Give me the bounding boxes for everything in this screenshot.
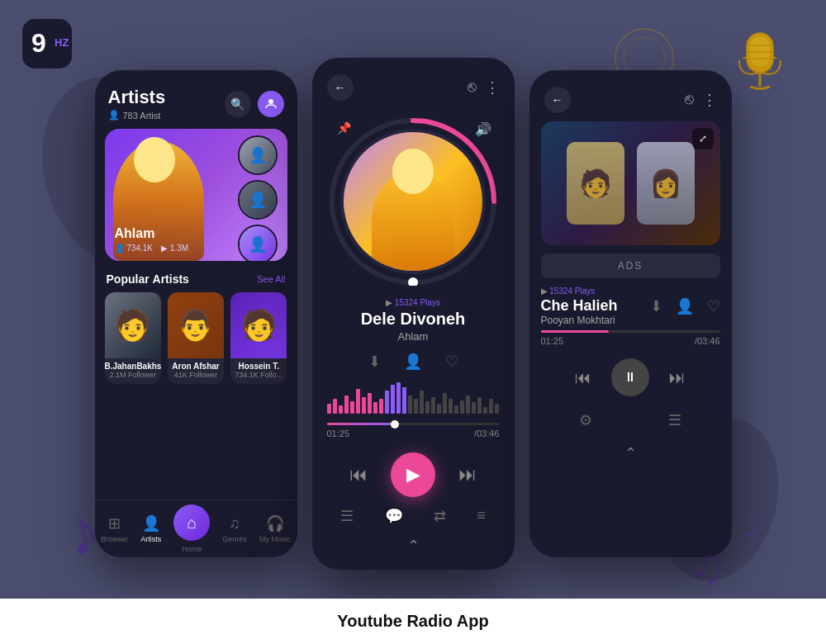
page-title: Youtube Radio App	[337, 612, 488, 631]
play-button[interactable]: ▶	[391, 452, 435, 497]
shuffle-icon[interactable]: ⇄	[434, 507, 446, 525]
nav-home[interactable]: ⌂ Home	[173, 504, 210, 553]
song-plays: ▶ 15324 Plays	[312, 298, 515, 307]
p3-previous-button[interactable]: ⏮	[575, 368, 591, 387]
profile-icon-btn[interactable]	[258, 91, 284, 117]
wave-bar	[391, 385, 396, 414]
wave-bar	[420, 391, 425, 414]
p3-song-artist: Pooyan Mokhtari	[541, 315, 618, 326]
popular-artist-name-3: Hossein T.	[230, 362, 287, 371]
p3-up-arrow-button[interactable]: ⌃	[529, 444, 732, 462]
plays-stat: ▶ 1.3M	[161, 244, 188, 253]
p3-progress-fill	[541, 330, 609, 333]
svg-text:HZ: HZ	[55, 36, 69, 49]
waveform	[312, 381, 515, 414]
nav-browser[interactable]: ⊞ Browser	[101, 514, 128, 543]
popular-artist-name-2: Aron Afshar	[168, 362, 224, 371]
featured-artist-card[interactable]: 👤 👤 👤 👤 Ahlam 👤 734.1K ▶ 1.3M	[105, 129, 287, 261]
search-icon-btn[interactable]: 🔍	[225, 91, 251, 117]
phone-now-playing: ← ⎋ ⋮ 🧑 👩 ⤢ ADS ▶ 15324 Plays Che Halieh…	[529, 70, 732, 557]
previous-button[interactable]: ⏮	[349, 464, 368, 485]
popular-artist-1[interactable]: 🧑 B.JahanBakhsh 2.1M Follower	[105, 292, 161, 384]
progress-bar[interactable]	[327, 423, 500, 425]
nav-mymusic[interactable]: 🎧 My Music	[259, 514, 291, 543]
pin-icon: 📌	[337, 121, 351, 135]
nav-genres[interactable]: ♫ Genres	[222, 515, 247, 543]
download-icon[interactable]: ⬇	[368, 353, 381, 371]
wave-bar	[495, 404, 500, 414]
popular-artist-3[interactable]: 🧑 Hossein T. 734.1K Follo...	[230, 292, 287, 384]
p3-playback-controls: ⏮ ⏸ ⏭	[529, 358, 732, 396]
wave-bar	[437, 404, 442, 414]
more-icon[interactable]: ⋮	[485, 78, 500, 97]
playback-controls: ⏮ ▶ ⏭	[312, 452, 515, 497]
p3-share-icon[interactable]: ⎋	[685, 91, 694, 109]
phone-player: ← ⎋ ⋮	[312, 58, 515, 570]
p3-song-title: Che Halieh	[541, 297, 618, 315]
p3-more-icon[interactable]: ⋮	[702, 91, 717, 109]
list-icon[interactable]: ≡	[477, 507, 486, 525]
share-icon[interactable]: ⎋	[468, 78, 477, 97]
wave-bar	[460, 400, 465, 414]
ads-banner: ADS	[541, 253, 720, 278]
p3-download-icon[interactable]: ⬇	[650, 297, 662, 315]
wave-bar	[333, 399, 338, 414]
p3-back-button[interactable]: ←	[544, 87, 571, 113]
p3-progress-area: 01:25 /03:46	[529, 326, 732, 350]
wave-bar	[402, 387, 407, 414]
featured-name: Ahlam	[115, 226, 189, 241]
wave-bar	[408, 395, 413, 414]
heart-icon[interactable]: ♡	[445, 353, 458, 371]
wave-bar	[396, 382, 401, 414]
wave-bar	[483, 407, 488, 414]
up-arrow-button[interactable]: ⌃	[312, 537, 515, 555]
wave-bar	[344, 395, 349, 414]
back-button[interactable]: ←	[327, 74, 354, 101]
home-btn[interactable]: ⌂	[173, 504, 210, 541]
svg-point-15	[408, 277, 418, 286]
action-icons-row: ⬇ 👤 ♡	[312, 353, 515, 371]
p3-settings-icon[interactable]: ⚙	[579, 411, 592, 429]
progress-area: 01:25 /03:46	[312, 419, 515, 443]
queue-icon[interactable]: ☰	[340, 507, 354, 525]
wave-bar	[339, 405, 344, 414]
p3-add-person-icon[interactable]: 👤	[676, 297, 694, 315]
wave-bar	[350, 401, 355, 414]
person-icon: 👤	[108, 110, 120, 121]
see-all-button[interactable]: See All	[257, 274, 285, 284]
phones-container: Artists 👤 783 Artist 🔍	[0, 54, 826, 570]
wave-bar	[356, 389, 361, 414]
wave-bar	[425, 401, 430, 414]
add-person-icon[interactable]: 👤	[404, 353, 422, 371]
p3-bottom-icons: ⚙ ☰	[529, 405, 732, 436]
p3-progress-bar[interactable]	[541, 330, 720, 333]
progress-dot[interactable]	[391, 420, 399, 429]
p3-heart-icon[interactable]: ♡	[707, 297, 720, 315]
side-avatar-1: 👤	[238, 135, 278, 175]
popular-artist-2[interactable]: 👨 Aron Afshar 41K Follower	[168, 292, 224, 384]
wave-bar	[379, 399, 384, 414]
volume-icon[interactable]: 🔊	[475, 121, 491, 137]
side-avatar-2: 👤	[238, 180, 278, 220]
popular-artist-followers-2: 41K Follower	[168, 371, 224, 379]
wave-bar	[466, 395, 471, 414]
wave-bar	[449, 399, 453, 414]
nav-artists[interactable]: 👤 Artists	[140, 514, 161, 543]
svg-point-13	[268, 99, 273, 104]
p3-pause-button[interactable]: ⏸	[611, 358, 649, 396]
p3-next-button[interactable]: ⏭	[669, 368, 686, 387]
p3-total-time: /03:46	[695, 336, 720, 346]
video-expand-icon[interactable]: ⤢	[692, 128, 714, 149]
followers-stat: 👤 734.1K	[115, 244, 153, 253]
player-bottom-icons: ☰ 💬 ⇄ ≡	[312, 507, 515, 525]
p3-queue-icon[interactable]: ☰	[668, 411, 681, 429]
current-time: 01:25	[327, 429, 350, 438]
next-button[interactable]: ⏭	[458, 464, 477, 485]
album-art-area: 📌 🔊	[312, 109, 515, 290]
video-thumbnail[interactable]: 🧑 👩 ⤢	[541, 121, 720, 245]
popular-artist-name-1: B.JahanBakhsh	[105, 362, 161, 371]
chat-icon[interactable]: 💬	[385, 507, 403, 525]
p3-plays: ▶ 15324 Plays	[529, 282, 732, 297]
p1-header: Artists 👤 783 Artist 🔍	[95, 70, 297, 129]
p3-action-icons: ⬇ 👤 ♡	[650, 297, 720, 315]
